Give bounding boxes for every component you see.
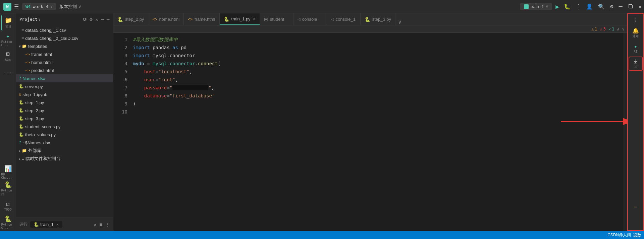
list-item[interactable]: ◎ step_1.ipynb <box>16 90 113 98</box>
sidebar-item-python1[interactable]: 🐍 Python 拍 <box>1 181 15 197</box>
code-line-8: user="root", <box>130 76 623 84</box>
ok-badge: ✓ 1 <box>608 27 614 31</box>
menu-icon[interactable]: ☰ <box>14 3 19 10</box>
list-item-temp-files[interactable]: ▶ ≡ 临时文件和控制台 <box>16 155 113 163</box>
sidebar-header: Project ∨ ⟳ ⊙ ✕ ⋯ ─ <box>16 13 113 25</box>
tab-home-html[interactable]: <> home.html <box>148 13 184 25</box>
file-tree: ≡ datas5.chengji_1.csv ≡ datas5.chengji_… <box>16 25 113 218</box>
sidebar-item-more[interactable]: ··· <box>1 65 15 81</box>
minimap <box>623 33 627 231</box>
debug-button[interactable]: 🐛 <box>564 3 571 10</box>
sidebar-item-dbchart[interactable]: 📊 DB Cha... <box>1 164 15 180</box>
list-item-templates-folder[interactable]: ▼ 📁 templates <box>16 42 113 50</box>
settings-icon[interactable]: ⚙ <box>610 3 613 10</box>
sidebar-item-todo[interactable]: ☑ TODO <box>1 197 15 214</box>
run-config-icon <box>524 4 529 9</box>
list-item-names-xlsx[interactable]: ? Names.xlsx <box>16 74 113 82</box>
window-controls: 👤 🔍 ⚙ ─ ⧠ ✕ <box>586 3 641 10</box>
sidebar-item-project[interactable]: 📁 项目 <box>1 15 15 31</box>
tab-frame-html[interactable]: <> frame.html <box>184 13 219 25</box>
scroll-up-icon[interactable]: ∧ <box>617 27 620 31</box>
tab-close-train1[interactable]: × <box>253 17 256 21</box>
sidebar-close-icon[interactable]: ✕ <box>95 17 98 22</box>
list-item[interactable]: ? ~$Names.xlsx <box>16 139 113 147</box>
maximize-button[interactable]: ⧠ <box>628 3 633 10</box>
run-refresh-icon[interactable]: ↺ <box>94 222 96 227</box>
error-badge: ⚠ 3 <box>600 27 606 31</box>
sidebar-minimize-icon[interactable]: ─ <box>107 17 110 22</box>
sidebar-item-python2[interactable]: 🐍 Python S... <box>1 214 15 230</box>
code-editor[interactable]: 1 2 3 4 5 6 7 8 9 10 #导入数据到数据库中 import p… <box>113 33 627 231</box>
right-panel-notification[interactable]: 🔔 通知 <box>629 26 643 40</box>
project-badge[interactable]: W4 work_4 ∨ <box>22 3 56 10</box>
search-icon[interactable]: 🔍 <box>598 3 605 10</box>
list-item[interactable]: <> predict.html <box>16 66 113 74</box>
title-bar: W ☰ W4 work_4 ∨ 版本控制 ∨ train_1 ∨ ▶ 🐛 ⋮ 👤… <box>0 0 644 13</box>
list-item[interactable]: ≡ datas5.chengji_2_claID.csv <box>16 34 113 42</box>
tab-student[interactable]: ⊞ student <box>260 13 293 25</box>
app-logo: W <box>3 2 12 11</box>
tab-step3-py[interactable]: 🐍 step_3.py <box>361 13 395 25</box>
right-panel-db[interactable]: 🗄 DB <box>629 57 643 71</box>
list-item[interactable]: <> home.html <box>16 58 113 66</box>
right-panel-more-dots[interactable]: ⋮ <box>633 17 638 23</box>
tab-console1[interactable]: ◁ console_1 <box>327 13 361 25</box>
code-line-4: import mysql.connector <box>130 52 623 60</box>
sidebar-collapse-icon[interactable]: ⊙ <box>90 17 93 22</box>
warning-bar: ⚠ 1 ⚠ 3 ✓ 1 ∧ ∨ <box>113 25 627 33</box>
tab-bar: 🐍 step_2.py <> home.html <> frame.html 🐍… <box>113 13 627 25</box>
close-button[interactable]: ✕ <box>639 4 641 9</box>
list-item[interactable]: <> frame.html <box>16 50 113 58</box>
code-line-3: import pandas as pd <box>130 44 623 52</box>
list-item[interactable]: 🐍 step_3.py <box>16 114 113 123</box>
list-item-external-libs[interactable]: ▶ 📁 外部库 <box>16 147 113 155</box>
code-line-10: database="first_database" <box>130 92 623 100</box>
sidebar-item-fitten[interactable]: ✦ Fitten C... <box>1 31 15 48</box>
minimize-button[interactable]: ─ <box>619 3 623 10</box>
run-controls: ▶ 🐛 ⋮ <box>555 3 581 10</box>
activity-bar: 📁 项目 ✦ Fitten C... ⊞ 结构 ··· 📊 DB Cha... … <box>0 13 16 231</box>
more-button[interactable]: ⋮ <box>575 3 581 10</box>
sidebar-more-icon[interactable]: ⋯ <box>101 17 104 22</box>
tab-step2-py[interactable]: 🐍 step_2.py <box>113 13 148 25</box>
list-item[interactable]: 🐍 step_1.py <box>16 98 113 106</box>
list-item[interactable]: 🐍 step_2.py <box>16 106 113 114</box>
code-line-1: #导入数据到数据库中 <box>130 35 623 44</box>
run-label: 运行 <box>19 222 28 227</box>
list-item[interactable]: 🐍 server.py <box>16 82 113 90</box>
code-line-11: ) <box>130 100 623 108</box>
play-button[interactable]: ▶ <box>555 3 559 10</box>
code-line-7: host="localhost", <box>130 68 623 76</box>
sidebar-item-structure[interactable]: ⊞ 结构 <box>1 48 15 64</box>
scroll-down-icon[interactable]: ∨ <box>622 27 625 31</box>
run-tab-close[interactable]: × <box>56 222 59 227</box>
sidebar: Project ∨ ⟳ ⊙ ✕ ⋯ ─ ≡ datas5.chengji_1.c… <box>16 13 113 231</box>
svg-text:W: W <box>6 5 9 9</box>
editor-area: 🐍 step_2.py <> home.html <> frame.html 🐍… <box>113 13 627 231</box>
list-item[interactable]: 🐍 student_scores.py <box>16 123 113 131</box>
run-stop-icon[interactable]: ⏹ <box>99 222 103 227</box>
run-bar: 运行 🐍 train_1 × ↺ ⏹ ⋮ <box>16 218 113 231</box>
user-icon[interactable]: 👤 <box>586 3 593 10</box>
bottom-bar-text: CSDN@人间_凌数 <box>607 232 641 238</box>
sidebar-refresh-icon[interactable]: ⟳ <box>83 17 87 22</box>
right-panel: ⋮ 🔔 通知 ✦ AI 🗄 DB ─ <box>627 13 644 231</box>
code-content: #导入数据到数据库中 import pandas as pd import my… <box>130 33 623 231</box>
run-config[interactable]: train_1 ∨ <box>520 3 552 10</box>
list-item[interactable]: 🐍 theta_values.py <box>16 131 113 139</box>
run-more-icon[interactable]: ⋮ <box>106 222 110 227</box>
code-line-6: mydb = mysql.connector.connect( <box>130 60 623 68</box>
vcs-label[interactable]: 版本控制 ∨ <box>59 4 82 10</box>
right-panel-indicator: ─ <box>634 204 637 210</box>
tab-console[interactable]: ◁ console <box>293 13 327 25</box>
warning-badge: ⚠ 1 <box>591 27 597 31</box>
tab-scroll-right[interactable]: ∨ <box>395 19 404 25</box>
line-numbers: 1 2 3 4 5 6 7 8 9 10 <box>113 33 130 231</box>
bottom-bar: CSDN@人间_凌数 <box>0 231 644 239</box>
list-item[interactable]: ≡ datas5.chengji_1.csv <box>16 26 113 34</box>
run-tab-train1[interactable]: 🐍 train_1 × <box>30 221 62 228</box>
tab-train1-py[interactable]: 🐍 train_1.py × <box>220 13 260 25</box>
sidebar-header-icons: ⟳ ⊙ ✕ ⋯ ─ <box>83 17 110 22</box>
code-line-9: password="••••••••", <box>130 84 623 92</box>
right-panel-ai[interactable]: ✦ AI <box>629 41 643 55</box>
